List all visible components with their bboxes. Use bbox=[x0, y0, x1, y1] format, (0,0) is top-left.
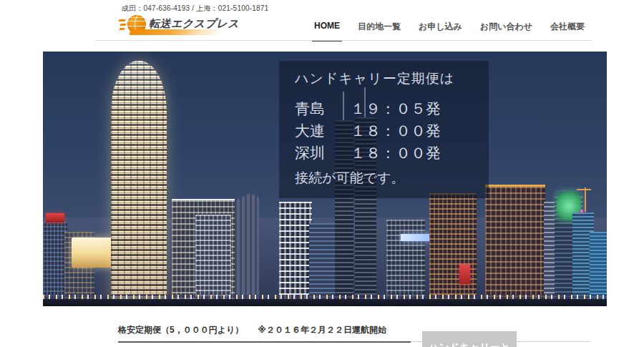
schedule-city: 青島 bbox=[295, 99, 351, 119]
nav-item-apply[interactable]: お申し込み bbox=[416, 21, 464, 41]
schedule-row: 深圳 １８：００発 bbox=[295, 142, 489, 164]
logo-spark-icon bbox=[119, 24, 127, 26]
skyline-light bbox=[580, 210, 583, 212]
section-note: ※２０１６年２月２２日運航開始 bbox=[258, 324, 386, 336]
skyline-tower-kk100 bbox=[111, 61, 167, 306]
skyline-building bbox=[235, 193, 259, 306]
schedule-time: １８：００発 bbox=[351, 121, 441, 141]
section-heading-row: 格安定期便（5，０００円より） ※２０１６年２月２２日運航開始 bbox=[118, 324, 386, 336]
schedule-row: 青島 １９：０５発 bbox=[295, 97, 489, 119]
hero-overlay-panel: ハンドキャリー定期便は 青島 １９：０５発 大連 １８：００発 深圳 １８：００… bbox=[279, 61, 489, 198]
nav-item-contact[interactable]: お問い合わせ bbox=[478, 21, 535, 41]
skyline-base bbox=[43, 299, 607, 306]
site-logo[interactable]: 転送エクスプレス bbox=[119, 14, 226, 36]
main-nav: HOME 目的地一覧 お申し込み お問い合わせ 会社概要 bbox=[312, 21, 587, 41]
schedule-row: 大連 １８：００発 bbox=[295, 119, 489, 142]
header-divider bbox=[95, 40, 592, 41]
nav-item-company[interactable]: 会社概要 bbox=[548, 21, 587, 41]
skyline-building bbox=[485, 185, 545, 306]
handcarry-cta-button[interactable]: ハンドキャリーとは？ bbox=[422, 331, 517, 347]
skyline-building bbox=[72, 238, 116, 268]
skyline-building bbox=[309, 223, 336, 306]
logo-spark-icon bbox=[119, 28, 125, 30]
skyline-building bbox=[195, 215, 231, 306]
skyline-lit-sign bbox=[401, 234, 429, 241]
logo-text: 転送エクスプレス bbox=[149, 17, 239, 31]
section-divider bbox=[118, 341, 590, 343]
skyline-building bbox=[429, 193, 477, 306]
skyline-neon-sign bbox=[459, 265, 470, 284]
page: 成田：047-636-4193 / 上海：021-5100-1871 転送エクス… bbox=[0, 0, 644, 347]
skyline-neon-sign bbox=[46, 213, 64, 223]
skyline-building bbox=[386, 220, 425, 306]
nav-item-home[interactable]: HOME bbox=[312, 21, 342, 41]
logo-spark-icon bbox=[118, 19, 126, 21]
skyline-building bbox=[279, 202, 312, 306]
skyline-crane bbox=[585, 187, 586, 212]
overlay-footer-text: 接続が可能です。 bbox=[295, 169, 489, 187]
hero-image: ハンドキャリー定期便は 青島 １９：０５発 大連 １８：００発 深圳 １８：００… bbox=[43, 52, 607, 306]
schedule-time: １９：０５発 bbox=[351, 99, 441, 119]
section-title: 格安定期便（5，０００円より） bbox=[118, 324, 243, 336]
overlay-title: ハンドキャリー定期便は bbox=[295, 69, 489, 88]
schedule-city: 大連 bbox=[295, 121, 351, 141]
skyline-building bbox=[43, 222, 67, 306]
header-phone-numbers: 成田：047-636-4193 / 上海：021-5100-1871 bbox=[122, 4, 268, 14]
departure-schedule: 青島 １９：０５発 大連 １８：００発 深圳 １８：００発 bbox=[295, 97, 489, 164]
schedule-city: 深圳 bbox=[295, 143, 351, 163]
nav-item-destinations[interactable]: 目的地一覧 bbox=[356, 21, 403, 41]
skyline-crane bbox=[577, 189, 591, 190]
schedule-time: １８：００発 bbox=[351, 143, 441, 163]
